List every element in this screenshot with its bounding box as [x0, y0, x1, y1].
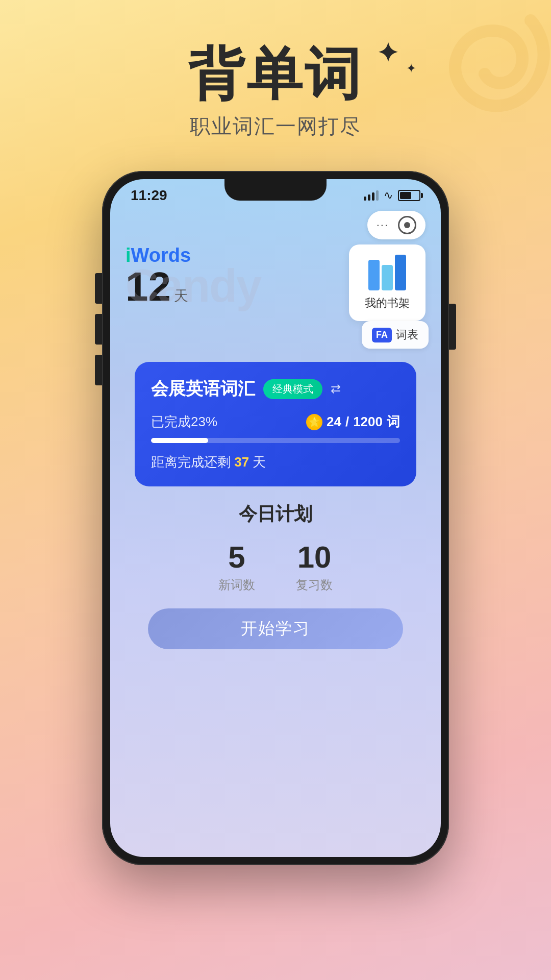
streak-unit: 天 — [174, 288, 188, 304]
top-action-bar: ··· — [110, 204, 441, 239]
completed-percentage: 已完成23% — [151, 413, 217, 431]
progress-bar-background — [151, 438, 400, 443]
bookshelf-button[interactable]: 我的书架 — [349, 244, 425, 321]
start-button-wrapper: 开始学习 — [110, 593, 441, 665]
wifi-icon: ∿ — [384, 189, 393, 202]
vocab-card-outer: FA 词表 会展英语词汇 经典模式 ⇄ 已完成23% 🌟 24/1200词 — [122, 321, 429, 486]
review-words-count: 10 — [296, 542, 333, 573]
vocab-title: 会展英语词汇 — [151, 377, 255, 401]
app-logo-row: iWords 12天 Candy 我的书架 — [110, 239, 441, 321]
logo-i: i — [126, 244, 131, 266]
more-options-icon[interactable]: ··· — [377, 218, 389, 232]
signal-icon — [364, 190, 379, 201]
status-icons: ∿ — [364, 189, 420, 202]
target-icon[interactable] — [398, 216, 416, 234]
word-count-display: 🌟 24/1200词 — [306, 413, 400, 431]
word-table-icon: FA — [372, 328, 392, 342]
review-words-label: 复习数 — [296, 577, 333, 593]
app-logo: iWords — [126, 244, 191, 266]
swap-icon[interactable]: ⇄ — [331, 382, 341, 396]
sparkle-small-icon: ✦ — [406, 61, 416, 76]
word-table-label: 词表 — [396, 327, 418, 342]
mode-badge: 经典模式 — [263, 379, 322, 399]
action-pill[interactable]: ··· — [367, 211, 425, 239]
phone-screen: 11:29 ∿ ··· — [110, 179, 441, 857]
today-plan-title: 今日计划 — [126, 502, 425, 527]
bookshelf-label: 我的书架 — [365, 296, 410, 311]
sparkle-big-icon: ✦ — [377, 38, 398, 68]
plan-stats: 5 新词数 10 复习数 — [126, 542, 425, 593]
phone-mockup: 11:29 ∿ ··· — [0, 171, 551, 865]
new-words-label: 新词数 — [218, 577, 255, 593]
word-count-separator: / — [345, 414, 349, 430]
phone-frame: 11:29 ∿ ··· — [102, 171, 449, 865]
days-remaining-prefix: 距离完成还剩 — [151, 454, 231, 470]
days-unit: 天 — [253, 454, 266, 470]
phone-notch — [224, 179, 327, 201]
days-remaining-text: 距离完成还剩 37 天 — [151, 453, 400, 471]
streak-display: 12天 Candy — [126, 266, 191, 307]
vocab-card-header: 会展英语词汇 经典模式 ⇄ — [151, 377, 400, 401]
word-count-unit: 词 — [387, 413, 400, 431]
status-time: 11:29 — [131, 187, 167, 204]
app-subtitle: 职业词汇一网打尽 — [0, 112, 551, 140]
bookshelf-icon — [368, 255, 406, 290]
today-plan-section: 今日计划 5 新词数 10 复习数 — [110, 486, 441, 593]
progress-bar-fill — [151, 438, 208, 443]
word-count-total: 1200 — [353, 414, 383, 430]
review-words-stat: 10 复习数 — [296, 542, 333, 593]
new-words-count: 5 — [218, 542, 255, 573]
gold-badge-icon: 🌟 — [306, 414, 322, 430]
word-table-button[interactable]: FA 词表 — [362, 321, 429, 349]
streak-number: 12 — [126, 264, 171, 309]
battery-icon — [398, 190, 420, 201]
app-header-section: 背单词 ✦ ✦ 职业词汇一网打尽 — [0, 0, 551, 140]
logo-words: Words — [131, 244, 191, 266]
days-remaining-number: 37 — [234, 454, 249, 470]
vocab-stats-row: 已完成23% 🌟 24/1200词 — [151, 413, 400, 431]
start-learning-button[interactable]: 开始学习 — [148, 608, 403, 649]
page-title: 背单词 — [188, 46, 363, 102]
vocab-card: 会展英语词汇 经典模式 ⇄ 已完成23% 🌟 24/1200词 — [135, 362, 416, 486]
word-count-current: 24 — [327, 414, 341, 430]
new-words-stat: 5 新词数 — [218, 542, 255, 593]
logo-area: iWords 12天 Candy — [126, 244, 191, 307]
